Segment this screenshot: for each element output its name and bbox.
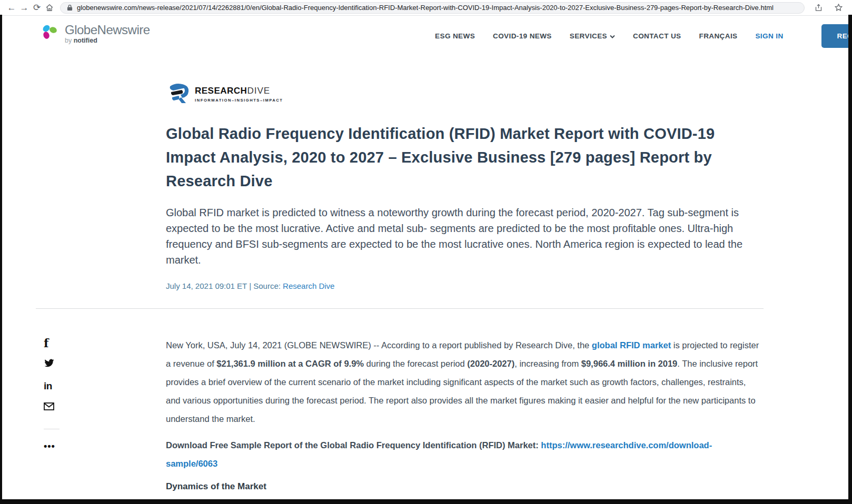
paragraph-intro: New York, USA, July 14, 2021 (GLOBE NEWS…	[166, 336, 762, 428]
source-link[interactable]: Research Dive	[283, 281, 334, 290]
brand-tagline: INFORMATION–INSIGHTS–IMPACT	[195, 98, 283, 103]
forecast-period: (2020-2027)	[467, 359, 514, 368]
nav-francais[interactable]: FRANÇAIS	[699, 32, 738, 40]
base-revenue-figure: $9,966.4 million in 2019	[581, 359, 678, 368]
padlock-icon	[67, 4, 73, 11]
browser-toolbar: ← → ⟳ globenewswire.com/news-release/202…	[0, 0, 852, 16]
section-heading-dynamics: Dynamics of the Market	[166, 481, 762, 492]
bookmark-star-icon[interactable]	[832, 2, 845, 14]
article-title: Global Radio Frequency Identification (R…	[166, 122, 762, 193]
back-icon[interactable]: ←	[5, 2, 18, 14]
main-nav: ESG NEWS COVID-19 NEWS SERVICES CONTACT …	[435, 24, 852, 48]
nav-esg-news[interactable]: ESG NEWS	[435, 32, 475, 40]
sign-in-link[interactable]: SIGN IN	[755, 32, 783, 40]
more-share-options-icon[interactable]: •••	[44, 441, 55, 452]
social-share-rail: f in •••	[44, 336, 57, 452]
email-share-icon[interactable]	[44, 402, 54, 425]
article-body-section: f in ••• New York, USA, July 14, 2021 (G…	[0, 336, 852, 492]
home-icon[interactable]	[43, 2, 56, 14]
window-frame-left	[0, 15, 2, 504]
nav-services[interactable]: SERVICES	[570, 32, 615, 40]
research-dive-wordmark: RESEARCH DIVE INFORMATION–INSIGHTS–IMPAC…	[195, 86, 283, 103]
article-summary: Global RFID market is predicted to witne…	[166, 205, 762, 268]
text-segment: New York, USA, July 14, 2021 (GLOBE NEWS…	[166, 340, 592, 350]
download-label: Download Free Sample Report of the Globa…	[166, 440, 541, 450]
site-header: GlobeNewswire by notified ESG NEWS COVID…	[0, 16, 852, 56]
text-segment: . The inclusive report provides a brief …	[166, 359, 758, 424]
article-body: New York, USA, July 14, 2021 (GLOBE NEWS…	[166, 336, 762, 492]
chevron-down-icon	[610, 32, 615, 40]
research-dive-mark-icon	[166, 80, 190, 108]
revenue-figure: $21,361.9 million at a CAGR of 9.9%	[216, 359, 364, 368]
window-frame-right	[848, 15, 852, 504]
twitter-share-icon[interactable]	[44, 358, 55, 380]
globenewswire-pinwheel-icon	[39, 24, 61, 48]
research-dive-logo: RESEARCH DIVE INFORMATION–INSIGHTS–IMPAC…	[166, 80, 762, 108]
facebook-share-icon[interactable]: f	[44, 336, 48, 358]
nav-covid-19-news[interactable]: COVID-19 NEWS	[493, 32, 552, 40]
brand-name-light: DIVE	[247, 86, 270, 96]
logo-notified: notified	[74, 37, 97, 44]
section-divider	[36, 308, 764, 309]
dateline: July 14, 2021 09:01 ET | Source: Researc…	[166, 281, 762, 290]
logo-by: by	[65, 37, 74, 44]
article-header: RESEARCH DIVE INFORMATION–INSIGHTS–IMPAC…	[166, 80, 762, 290]
globenewswire-wordmark: GlobeNewswire by notified	[65, 24, 150, 44]
paragraph-download: Download Free Sample Report of the Globa…	[166, 436, 762, 473]
social-rail-divider	[44, 429, 60, 429]
global-rfid-market-link[interactable]: global RFID market	[592, 340, 671, 350]
forward-icon[interactable]: →	[18, 2, 31, 14]
url-text[interactable]: globenewswire.com/news-release/2021/07/1…	[77, 4, 798, 12]
address-bar[interactable]: globenewswire.com/news-release/2021/07/1…	[60, 2, 805, 14]
text-segment: during the forecast period	[364, 359, 467, 368]
reload-icon[interactable]: ⟳	[31, 2, 43, 14]
logo-name: GlobeNewswire	[65, 24, 150, 36]
share-icon[interactable]	[812, 2, 825, 14]
text-segment: , increasing from	[514, 359, 581, 368]
globenewswire-logo[interactable]: GlobeNewswire by notified	[39, 24, 150, 48]
register-button[interactable]: REG	[821, 24, 852, 48]
window-frame-bottom	[0, 499, 852, 504]
publish-date: July 14, 2021 09:01 ET | Source:	[166, 281, 283, 290]
nav-contact-us[interactable]: CONTACT US	[633, 32, 681, 40]
linkedin-share-icon[interactable]: in	[44, 380, 52, 402]
brand-name-bold: RESEARCH	[195, 86, 247, 96]
